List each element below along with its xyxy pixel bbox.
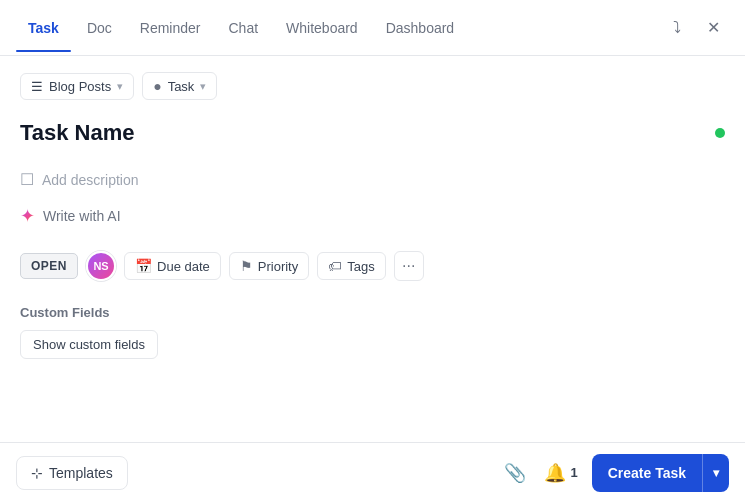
templates-label: Templates [49, 465, 113, 481]
ellipsis-icon: ··· [402, 257, 415, 275]
priority-label: Priority [258, 259, 298, 274]
calendar-icon: 📅 [135, 258, 152, 274]
assignee-avatar[interactable]: NS [86, 251, 116, 281]
list-icon: ☰ [31, 79, 43, 94]
status-badge[interactable]: OPEN [20, 253, 78, 279]
tag-icon: 🏷 [328, 258, 342, 274]
footer: ⊹ Templates 📎 🔔 1 Create Task ▾ [0, 442, 745, 502]
description-placeholder: Add description [42, 172, 139, 188]
blog-posts-label: Blog Posts [49, 79, 111, 94]
attachment-icon: 📎 [504, 462, 526, 484]
task-name-row: Task Name [20, 120, 725, 146]
task-type-breadcrumb[interactable]: ● Task ▾ [142, 72, 217, 100]
task-dot-icon: ● [153, 78, 161, 94]
ai-sparkle-icon: ✦ [20, 205, 35, 227]
chevron-down-icon-2: ▾ [200, 80, 206, 93]
custom-fields-section: Custom Fields Show custom fields [20, 305, 725, 359]
due-date-label: Due date [157, 259, 210, 274]
priority-button[interactable]: ⚑ Priority [229, 252, 309, 280]
custom-fields-label: Custom Fields [20, 305, 725, 320]
tab-reminder[interactable]: Reminder [128, 12, 213, 44]
bell-icon: 🔔 [544, 462, 566, 484]
main-content: ☰ Blog Posts ▾ ● Task ▾ Task Name ☐ Add … [0, 56, 745, 442]
show-custom-fields-button[interactable]: Show custom fields [20, 330, 158, 359]
minimize-icon: ⤵ [673, 19, 681, 37]
status-dot [715, 128, 725, 138]
tab-whiteboard[interactable]: Whiteboard [274, 12, 370, 44]
tab-chat[interactable]: Chat [216, 12, 270, 44]
close-icon: ✕ [707, 18, 720, 37]
notification-count: 1 [570, 465, 577, 480]
description-icon: ☐ [20, 170, 34, 189]
create-task-button[interactable]: Create Task ▾ [592, 454, 729, 492]
create-task-label[interactable]: Create Task [592, 455, 702, 491]
show-fields-label: Show custom fields [33, 337, 145, 352]
tab-doc[interactable]: Doc [75, 12, 124, 44]
tab-task[interactable]: Task [16, 12, 71, 44]
close-button[interactable]: ✕ [697, 12, 729, 44]
description-row[interactable]: ☐ Add description [20, 162, 725, 197]
write-with-ai-row[interactable]: ✦ Write with AI [20, 197, 725, 235]
due-date-button[interactable]: 📅 Due date [124, 252, 221, 280]
breadcrumb-row: ☰ Blog Posts ▾ ● Task ▾ [20, 72, 725, 100]
templates-icon: ⊹ [31, 465, 43, 481]
minimize-button[interactable]: ⤵ [661, 12, 693, 44]
attachment-button[interactable]: 📎 [500, 458, 530, 488]
action-row: OPEN NS 📅 Due date ⚑ Priority 🏷 Tags ··· [20, 251, 725, 281]
tags-button[interactable]: 🏷 Tags [317, 252, 385, 280]
templates-button[interactable]: ⊹ Templates [16, 456, 128, 490]
footer-right: 📎 🔔 1 Create Task ▾ [500, 454, 729, 492]
flag-icon: ⚑ [240, 258, 253, 274]
create-task-dropdown-icon[interactable]: ▾ [703, 456, 729, 490]
footer-left: ⊹ Templates [16, 456, 128, 490]
write-with-ai-label: Write with AI [43, 208, 121, 224]
nav-bar: Task Doc Reminder Chat Whiteboard Dashbo… [0, 0, 745, 56]
notification-button[interactable]: 🔔 1 [540, 458, 581, 488]
blog-posts-breadcrumb[interactable]: ☰ Blog Posts ▾ [20, 73, 134, 100]
task-name-heading[interactable]: Task Name [20, 120, 135, 146]
chevron-down-icon: ▾ [117, 80, 123, 93]
more-options-button[interactable]: ··· [394, 251, 424, 281]
tags-label: Tags [347, 259, 374, 274]
task-type-label: Task [168, 79, 195, 94]
tab-dashboard[interactable]: Dashboard [374, 12, 467, 44]
